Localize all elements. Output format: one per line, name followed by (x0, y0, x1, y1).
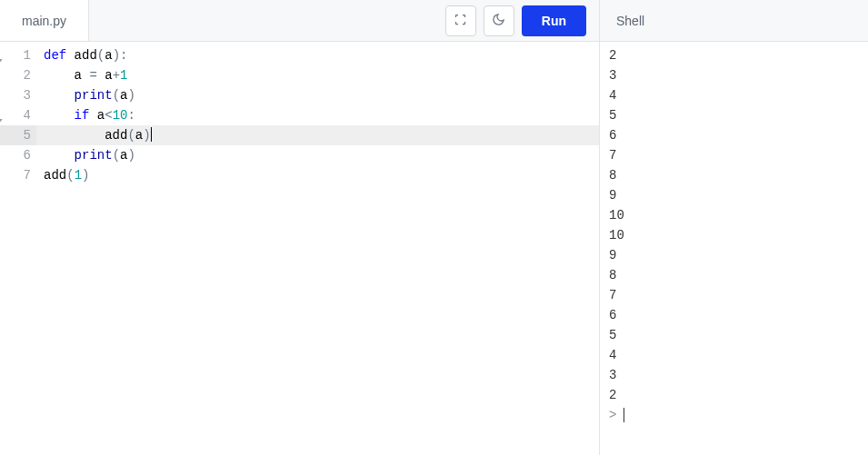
code-editor[interactable]: 1▾234▾567 def add(a): a = a+1 print(a) i… (0, 42, 599, 455)
text-cursor (151, 127, 152, 142)
shell-output[interactable]: 23456789101098765432> (600, 42, 868, 455)
fullscreen-icon (454, 13, 467, 29)
run-button[interactable]: Run (522, 5, 586, 36)
shell-output-line: 7 (609, 285, 859, 305)
shell-output-line: 2 (609, 45, 859, 65)
line-number: 5 (0, 125, 36, 145)
shell-output-line: 8 (609, 265, 859, 285)
shell-output-line: 6 (609, 125, 859, 145)
prompt-symbol: > (609, 405, 616, 425)
code-line[interactable]: def add(a): (36, 45, 599, 65)
shell-output-line: 9 (609, 245, 859, 265)
code-line[interactable]: print(a) (36, 85, 599, 105)
shell-output-line: 2 (609, 385, 859, 405)
shell-output-line: 10 (609, 205, 859, 225)
theme-button[interactable] (484, 5, 514, 36)
line-number: 7 (0, 165, 36, 185)
fullscreen-button[interactable] (445, 5, 476, 36)
code-line[interactable]: print(a) (36, 145, 599, 165)
line-number: 2 (0, 65, 36, 85)
code-line[interactable]: add(1) (36, 165, 599, 185)
shell-output-line: 9 (609, 185, 859, 205)
shell-output-line: 3 (609, 365, 859, 385)
line-number: 6 (0, 145, 36, 165)
shell-output-line: 10 (609, 225, 859, 245)
code-area[interactable]: def add(a): a = a+1 print(a) if a<10: ad… (36, 42, 599, 455)
shell-output-line: 6 (609, 305, 859, 325)
moon-icon (492, 13, 505, 29)
code-line[interactable]: add(a) (36, 125, 599, 145)
shell-title-bar: Shell (600, 0, 868, 42)
shell-output-line: 5 (609, 105, 859, 125)
editor-panel: main.py Run 1▾234▾567 def add(a): a = a+… (0, 0, 600, 455)
shell-title-label: Shell (616, 14, 644, 28)
file-tab[interactable]: main.py (0, 0, 89, 41)
shell-output-line: 4 (609, 85, 859, 105)
shell-cursor (624, 408, 624, 422)
line-number: 4▾ (0, 105, 36, 125)
shell-panel: Shell 23456789101098765432> (600, 0, 868, 455)
run-button-label: Run (542, 14, 566, 28)
shell-prompt[interactable]: > (609, 405, 859, 425)
code-line[interactable]: a = a+1 (36, 65, 599, 85)
shell-output-line: 4 (609, 345, 859, 365)
line-gutter: 1▾234▾567 (0, 42, 36, 455)
shell-output-line: 8 (609, 165, 859, 185)
file-tab-label: main.py (22, 14, 66, 28)
code-line[interactable]: if a<10: (36, 105, 599, 125)
line-number: 1▾ (0, 45, 36, 65)
shell-output-line: 3 (609, 65, 859, 85)
shell-output-line: 5 (609, 325, 859, 345)
shell-output-line: 7 (609, 145, 859, 165)
line-number: 3 (0, 85, 36, 105)
editor-top-bar: main.py Run (0, 0, 599, 42)
